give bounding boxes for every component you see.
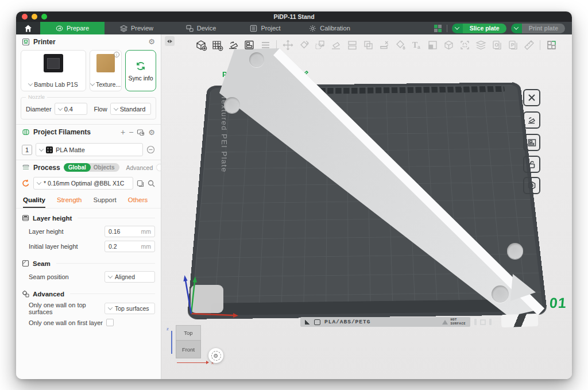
printer-section-title: Printer xyxy=(33,38,56,46)
printer-selector-card[interactable]: Bambu Lab P1S xyxy=(21,50,86,91)
process-preset-select[interactable]: * 0.16mm Optimal @BBL X1C xyxy=(33,177,133,190)
delete-plate-button[interactable] xyxy=(523,89,540,106)
tab-project[interactable]: Project xyxy=(233,22,297,34)
edit-plate-name-icon[interactable] xyxy=(300,70,309,78)
slice-options-dropdown[interactable] xyxy=(452,24,463,33)
view-settings-button[interactable]: ⚙ xyxy=(208,348,223,363)
modifier-button[interactable] xyxy=(426,38,439,51)
lay-on-face-button[interactable] xyxy=(330,38,342,51)
home-icon xyxy=(24,25,32,32)
save-preset-icon[interactable] xyxy=(137,180,144,187)
chevron-down-icon xyxy=(113,106,118,110)
tab-others[interactable]: Others xyxy=(128,196,148,208)
setting-label: Seam position xyxy=(29,273,105,280)
chevron-down-icon xyxy=(28,81,33,86)
nav-cube-front-face[interactable]: Front xyxy=(176,340,201,358)
auto-orient-button[interactable] xyxy=(227,38,239,51)
cut-button[interactable] xyxy=(378,38,390,51)
one-wall-top-select[interactable]: Top surfaces xyxy=(105,303,155,314)
scene-viewport[interactable]: Ta O P Textured PEI Plate P xyxy=(161,34,572,379)
gear-icon: ⚙ xyxy=(211,351,221,361)
home-button[interactable] xyxy=(16,22,40,34)
sync-info-button[interactable]: Sync info xyxy=(125,50,156,91)
plate-type-selector-card[interactable]: i Texture... xyxy=(90,50,122,91)
print-options-dropdown[interactable] xyxy=(511,24,522,33)
flow-select[interactable]: Standard xyxy=(110,103,151,115)
tab-calibration[interactable]: Calibration xyxy=(297,22,362,34)
reset-preset-icon[interactable] xyxy=(22,179,30,187)
seam-paint-button[interactable] xyxy=(458,38,471,51)
printer-icon xyxy=(22,38,30,46)
advanced-icon xyxy=(22,290,29,298)
scope-objects[interactable]: Objects xyxy=(88,163,119,172)
scale-button[interactable] xyxy=(314,38,326,51)
measure-button[interactable] xyxy=(523,38,535,51)
split-parts-button[interactable] xyxy=(362,38,374,51)
plate-settings-button[interactable] xyxy=(523,177,540,194)
rotate-button[interactable] xyxy=(297,38,310,51)
filament-settings-gear-icon[interactable]: ⚙ xyxy=(148,128,155,137)
tab-strength[interactable]: Strength xyxy=(57,196,82,208)
lock-plate-button[interactable] xyxy=(523,156,540,173)
layer-height-icon xyxy=(22,214,29,222)
setting-row: Only one wall on top surfaces Top surfac… xyxy=(16,300,161,317)
tab-prepare[interactable]: Prepare xyxy=(40,22,105,34)
arrange-button[interactable] xyxy=(243,38,256,51)
printer-settings-gear-icon[interactable]: ⚙ xyxy=(148,37,155,46)
tab-quality[interactable]: Quality xyxy=(23,196,45,208)
tab-support[interactable]: Support xyxy=(93,196,116,208)
initial-layer-height-input[interactable]: 0.2mm xyxy=(105,241,155,252)
chevron-down-icon xyxy=(455,25,459,29)
setting-row: Initial layer height 0.2mm xyxy=(16,239,161,254)
printer-image xyxy=(44,54,63,72)
setting-row: Only one wall on first layer xyxy=(16,317,161,328)
auto-orient-plate-button[interactable] xyxy=(523,111,540,129)
search-icon[interactable] xyxy=(148,180,155,187)
swap-filament-icon[interactable] xyxy=(137,129,145,136)
letter-p-tool-button[interactable]: P xyxy=(506,38,519,51)
plate-title-label[interactable]: P xyxy=(222,70,227,79)
letter-o-tool-button[interactable]: O xyxy=(490,38,503,51)
seam-position-select[interactable]: Aligned xyxy=(105,271,155,283)
variable-layer-button[interactable] xyxy=(474,38,487,51)
split-layers-button[interactable] xyxy=(259,38,272,51)
add-plate-button[interactable] xyxy=(211,38,223,51)
materials-label: PLA/ABS/PETG xyxy=(324,319,370,325)
add-text-button[interactable]: Ta xyxy=(410,38,423,51)
window-title: PiDP-11 Stand xyxy=(16,13,572,20)
plate-number: 01 xyxy=(549,295,567,311)
navigation-cube[interactable]: Top Front z x xyxy=(176,325,201,358)
nav-cube-top-face[interactable]: Top xyxy=(176,325,201,340)
scope-toggle[interactable]: Global Objects xyxy=(64,163,119,172)
tab-preview[interactable]: Preview xyxy=(105,22,169,34)
plate-handle-wedge xyxy=(501,314,539,327)
sidebar-collapse-button[interactable] xyxy=(165,36,175,46)
move-button[interactable] xyxy=(281,38,294,51)
svg-text:a: a xyxy=(417,44,420,50)
remove-filament-button[interactable]: − xyxy=(129,128,133,137)
viewport-toolbar: Ta O P xyxy=(195,36,566,53)
minus-circle-icon[interactable] xyxy=(146,145,155,154)
diameter-select[interactable]: 0.4 xyxy=(55,103,88,115)
arrange-plate-button[interactable] xyxy=(523,134,540,151)
one-wall-first-layer-checkbox[interactable] xyxy=(106,319,114,326)
print-plate-button[interactable]: Print plate xyxy=(511,24,565,33)
filament-select[interactable]: PLA Matte xyxy=(36,143,143,156)
plate-brand-icon xyxy=(314,319,320,325)
slice-plate-label: Slice plate xyxy=(463,24,506,33)
setting-value: Top surfaces xyxy=(115,305,149,312)
assembly-button[interactable] xyxy=(545,38,558,51)
add-filament-button[interactable]: + xyxy=(121,128,125,137)
warning-line2: SURFACE xyxy=(450,322,466,326)
slice-plate-button[interactable]: Slice plate xyxy=(452,24,506,33)
layer-height-input[interactable]: 0.16mm xyxy=(105,226,155,237)
add-object-button[interactable] xyxy=(195,38,207,51)
info-icon[interactable]: i xyxy=(114,52,119,57)
split-objects-button[interactable] xyxy=(346,38,358,51)
paint-button[interactable] xyxy=(394,38,407,51)
scope-global[interactable]: Global xyxy=(64,163,91,172)
chevron-down-icon xyxy=(39,146,44,151)
mesh-button[interactable] xyxy=(442,38,455,51)
filaments-section-title: Project Filaments xyxy=(33,128,91,136)
tab-device[interactable]: Device xyxy=(169,22,233,34)
